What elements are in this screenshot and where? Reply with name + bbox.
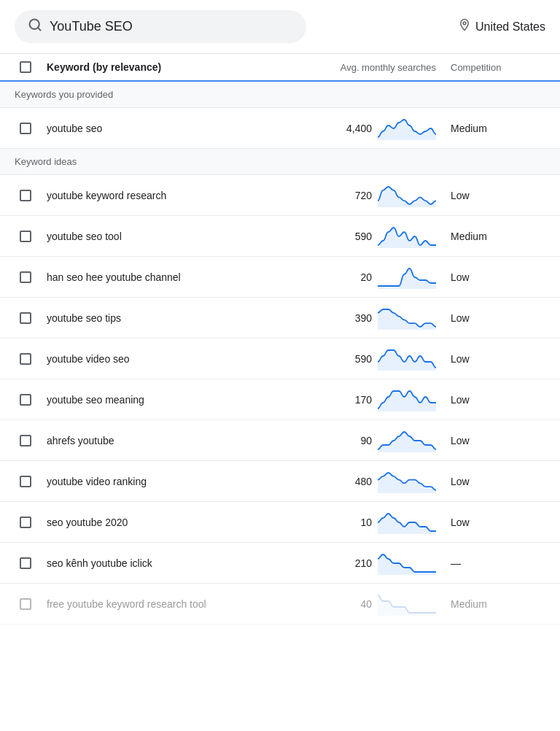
row-keyword-text: youtube seo tips (44, 306, 298, 330)
row-competition-value: Low (443, 435, 560, 446)
header-checkbox-cell (0, 61, 44, 73)
search-count-value: 480 (346, 476, 372, 487)
row-select-checkbox[interactable] (20, 353, 31, 365)
row-select-checkbox[interactable] (20, 598, 31, 610)
row-searches-cell: 10 (298, 511, 443, 534)
table-row: youtube video seo 590 Low (0, 339, 560, 379)
search-bar: YouTube SEO United States (0, 0, 560, 54)
sparkline-chart (378, 592, 436, 616)
search-count-value: 4,400 (346, 123, 372, 134)
table-row: youtube keyword research 720 Low (0, 175, 560, 216)
row-keyword-text: youtube seo meaning (44, 388, 298, 411)
row-searches-cell: 90 (298, 429, 443, 452)
table-row: seo kênh youtube iclick 210 — (0, 543, 560, 584)
provided-keywords-list: youtube seo 4,400 Medium (0, 108, 560, 149)
row-checkbox-cell (0, 123, 44, 134)
row-competition-value: Medium (443, 123, 560, 134)
row-select-checkbox[interactable] (20, 394, 31, 406)
row-competition-value: Low (443, 353, 560, 365)
table-row: han seo hee youtube channel 20 Low (0, 257, 560, 298)
search-count-value: 590 (346, 353, 372, 365)
row-checkbox-cell (0, 557, 44, 569)
row-keyword-text: youtube seo (44, 117, 298, 140)
row-keyword-text: youtube keyword research (44, 184, 298, 207)
table-row: seo youtube 2020 10 Low (0, 502, 560, 543)
row-checkbox-cell (0, 435, 44, 446)
sparkline-chart (378, 552, 436, 575)
table-header: Keyword (by relevance) Avg. monthly sear… (0, 54, 560, 82)
row-searches-cell: 590 (298, 347, 443, 371)
row-searches-cell: 590 (298, 225, 443, 248)
row-checkbox-cell (0, 190, 44, 201)
row-select-checkbox[interactable] (20, 435, 31, 446)
search-count-value: 390 (346, 312, 372, 324)
row-checkbox-cell (0, 517, 44, 528)
row-searches-cell: 4,400 (298, 117, 443, 140)
row-searches-cell: 20 (298, 266, 443, 289)
location-selector[interactable]: United States (458, 18, 545, 35)
search-icon (28, 18, 42, 36)
row-select-checkbox[interactable] (20, 517, 31, 528)
section-provided: Keywords you provided (0, 82, 560, 108)
row-checkbox-cell (0, 394, 44, 406)
row-checkbox-cell (0, 231, 44, 242)
row-keyword-text: free youtube keyword research tool (44, 592, 298, 616)
row-select-checkbox[interactable] (20, 190, 31, 201)
sparkline-chart (378, 470, 436, 493)
table-row: free youtube keyword research tool 40 Me… (0, 584, 560, 624)
svg-line-1 (38, 28, 41, 31)
keywords-table: Keyword (by relevance) Avg. monthly sear… (0, 54, 560, 624)
sparkline-chart (378, 117, 436, 140)
row-keyword-text: seo kênh youtube iclick (44, 552, 298, 575)
search-count-value: 720 (346, 190, 372, 201)
row-keyword-text: youtube video ranking (44, 470, 298, 493)
search-count-value: 90 (346, 435, 372, 446)
idea-keywords-list: youtube keyword research 720 Low youtube… (0, 175, 560, 624)
search-count-value: 170 (346, 394, 372, 406)
row-select-checkbox[interactable] (20, 271, 31, 283)
sparkline-chart (378, 266, 436, 289)
sparkline-chart (378, 388, 436, 411)
table-row: youtube video ranking 480 Low (0, 461, 560, 502)
row-competition-value: Low (443, 190, 560, 201)
table-row: ahrefs youtube 90 Low (0, 420, 560, 461)
header-competition: Competition (443, 62, 560, 73)
row-searches-cell: 40 (298, 592, 443, 616)
row-select-checkbox[interactable] (20, 123, 31, 134)
sparkline-chart (378, 184, 436, 207)
row-keyword-text: youtube video seo (44, 347, 298, 371)
select-all-checkbox[interactable] (20, 61, 31, 73)
row-searches-cell: 480 (298, 470, 443, 493)
header-avg-monthly-searches: Avg. monthly searches (298, 62, 443, 73)
row-select-checkbox[interactable] (20, 312, 31, 324)
search-input-wrap[interactable]: YouTube SEO (15, 10, 306, 43)
row-competition-value: Low (443, 517, 560, 528)
svg-point-2 (463, 22, 466, 25)
row-keyword-text: youtube seo tool (44, 225, 298, 248)
row-searches-cell: 210 (298, 552, 443, 575)
search-count-value: 590 (346, 231, 372, 242)
search-count-value: 40 (346, 598, 372, 610)
sparkline-chart (378, 306, 436, 330)
sparkline-chart (378, 511, 436, 534)
table-row: youtube seo tool 590 Medium (0, 216, 560, 257)
table-row: youtube seo 4,400 Medium (0, 108, 560, 149)
search-query-text: YouTube SEO (50, 19, 133, 34)
sparkline-chart (378, 429, 436, 452)
row-checkbox-cell (0, 598, 44, 610)
row-keyword-text: ahrefs youtube (44, 429, 298, 452)
sparkline-chart (378, 347, 436, 371)
row-select-checkbox[interactable] (20, 557, 31, 569)
location-label: United States (475, 20, 545, 34)
section-ideas: Keyword ideas (0, 149, 560, 175)
row-searches-cell: 720 (298, 184, 443, 207)
row-select-checkbox[interactable] (20, 476, 31, 487)
row-checkbox-cell (0, 353, 44, 365)
row-checkbox-cell (0, 476, 44, 487)
row-checkbox-cell (0, 271, 44, 283)
row-keyword-text: seo youtube 2020 (44, 511, 298, 534)
row-select-checkbox[interactable] (20, 231, 31, 242)
row-competition-value: Medium (443, 231, 560, 242)
row-competition-value: — (443, 557, 560, 569)
row-checkbox-cell (0, 312, 44, 324)
